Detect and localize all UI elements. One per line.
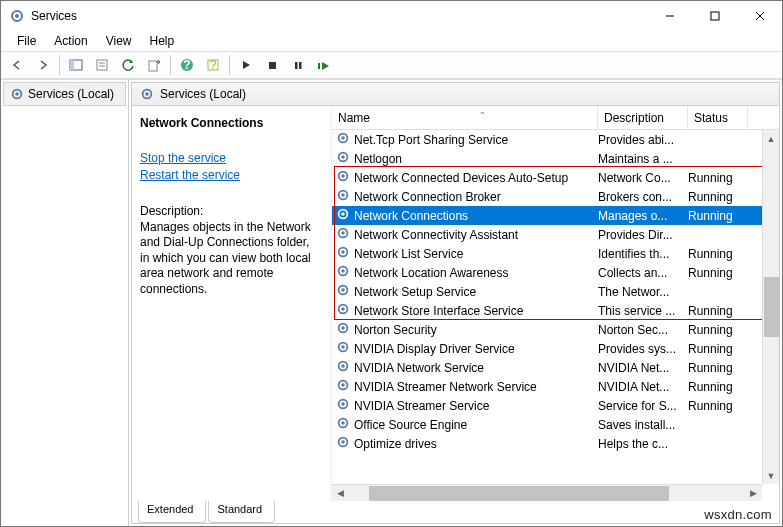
scroll-left-arrow-icon[interactable]: ◀ [332,485,349,502]
stop-link[interactable]: Stop [140,151,165,165]
column-header-status-label: Status [694,111,728,125]
right-pane-header: Services (Local) [132,83,779,106]
svg-point-45 [341,326,345,330]
service-row[interactable]: Network Setup ServiceThe Networ... [332,282,779,301]
service-name-text: Network Store Interface Service [354,304,523,318]
service-rows: Net.Tcp Port Sharing ServiceProvides abi… [332,130,779,501]
horizontal-scrollbar[interactable]: ◀ ▶ [332,484,762,501]
service-description-cell: Brokers con... [598,190,688,204]
service-row[interactable]: Network Connectivity AssistantProvides D… [332,225,779,244]
svg-point-39 [341,269,345,273]
right-body: Network Connections Stop the service Res… [132,106,779,501]
gear-icon [336,321,350,338]
properties-button[interactable] [90,53,114,77]
back-button[interactable] [5,53,29,77]
scroll-down-arrow-icon[interactable]: ▼ [763,467,780,484]
svg-rect-19 [318,63,320,69]
svg-rect-7 [70,60,74,70]
service-status-cell: Running [688,266,748,280]
service-row[interactable]: Office Source EngineSaves install... [332,415,779,434]
gear-icon [336,188,350,205]
vertical-scroll-thumb[interactable] [764,277,779,337]
service-row[interactable]: Network List ServiceIdentifies th...Runn… [332,244,779,263]
service-row[interactable]: Network Connected Devices Auto-SetupNetw… [332,168,779,187]
service-row[interactable]: Network Location AwarenessCollects an...… [332,263,779,282]
service-row[interactable]: Network ConnectionsManages o...Running [332,206,779,225]
minimize-button[interactable] [647,1,692,31]
refresh-button[interactable] [116,53,140,77]
separator [229,55,230,75]
forward-button[interactable] [31,53,55,77]
service-description-cell: Helps the c... [598,437,688,451]
service-name-cell: Network Connection Broker [336,188,598,205]
service-name-cell: NVIDIA Streamer Service [336,397,598,414]
service-row[interactable]: NVIDIA Display Driver ServiceProvides sy… [332,339,779,358]
service-status-cell: Running [688,399,748,413]
service-name-text: Network Connected Devices Auto-Setup [354,171,568,185]
menu-view[interactable]: View [98,32,140,50]
svg-point-33 [341,212,345,216]
maximize-button[interactable] [692,1,737,31]
service-name-text: Network Connectivity Assistant [354,228,518,242]
svg-rect-3 [711,12,719,20]
svg-point-57 [341,440,345,444]
show-hide-tree-button[interactable] [64,53,88,77]
gear-icon [10,87,24,101]
service-name-text: NVIDIA Display Driver Service [354,342,515,356]
restart-link[interactable]: Restart [140,168,179,182]
service-name-text: Net.Tcp Port Sharing Service [354,133,508,147]
column-header-description[interactable]: Description [598,106,688,129]
export-button[interactable] [142,53,166,77]
service-row[interactable]: Network Connection BrokerBrokers con...R… [332,187,779,206]
restart-service-button[interactable] [312,53,336,77]
toolbar: ? ? [1,51,782,79]
gear-icon [336,340,350,357]
service-name-cell: Netlogon [336,150,598,167]
gear-icon [336,435,350,452]
service-description-cell: The Networ... [598,285,688,299]
service-row[interactable]: Optimize drivesHelps the c... [332,434,779,453]
help-topics-button[interactable]: ? [201,53,225,77]
gear-icon [140,87,154,101]
stop-service-button[interactable] [260,53,284,77]
gear-icon [336,397,350,414]
tree-node-services-local[interactable]: Services (Local) [3,82,126,106]
column-header-status[interactable]: Status [688,106,748,129]
titlebar: Services [1,1,782,31]
vertical-scrollbar[interactable]: ▲ ▼ [762,130,779,484]
service-name-cell: Network Connectivity Assistant [336,226,598,243]
tab-extended[interactable]: Extended [138,501,206,523]
menu-help[interactable]: Help [142,32,183,50]
svg-rect-16 [269,62,276,69]
tab-standard[interactable]: Standard [208,501,275,523]
service-row[interactable]: NVIDIA Network ServiceNVIDIA Net...Runni… [332,358,779,377]
service-row[interactable]: Net.Tcp Port Sharing ServiceProvides abi… [332,130,779,149]
service-row[interactable]: Network Store Interface ServiceThis serv… [332,301,779,320]
pause-service-button[interactable] [286,53,310,77]
service-status-cell: Running [688,247,748,261]
help-button[interactable]: ? [175,53,199,77]
svg-point-47 [341,345,345,349]
menu-file[interactable]: File [9,32,44,50]
svg-point-29 [341,174,345,178]
service-row[interactable]: NVIDIA Streamer Network ServiceNVIDIA Ne… [332,377,779,396]
service-name-cell: NVIDIA Display Driver Service [336,340,598,357]
service-row[interactable]: Norton SecurityNorton Sec...Running [332,320,779,339]
close-button[interactable] [737,1,782,31]
service-status-cell: Running [688,361,748,375]
horizontal-scroll-thumb[interactable] [369,486,669,501]
service-description-cell: Service for S... [598,399,688,413]
gear-icon [336,359,350,376]
service-name-text: Network Location Awareness [354,266,509,280]
menu-action[interactable]: Action [46,32,95,50]
service-row[interactable]: NetlogonMaintains a ... [332,149,779,168]
start-service-button[interactable] [234,53,258,77]
service-row[interactable]: NVIDIA Streamer ServiceService for S...R… [332,396,779,415]
column-header-name[interactable]: Name ˆ [332,106,598,129]
scroll-up-arrow-icon[interactable]: ▲ [763,130,780,147]
service-status-cell: Running [688,209,748,223]
scroll-right-arrow-icon[interactable]: ▶ [745,485,762,502]
gear-icon [336,416,350,433]
service-name-cell: NVIDIA Network Service [336,359,598,376]
restart-suffix-text: the service [179,168,240,182]
